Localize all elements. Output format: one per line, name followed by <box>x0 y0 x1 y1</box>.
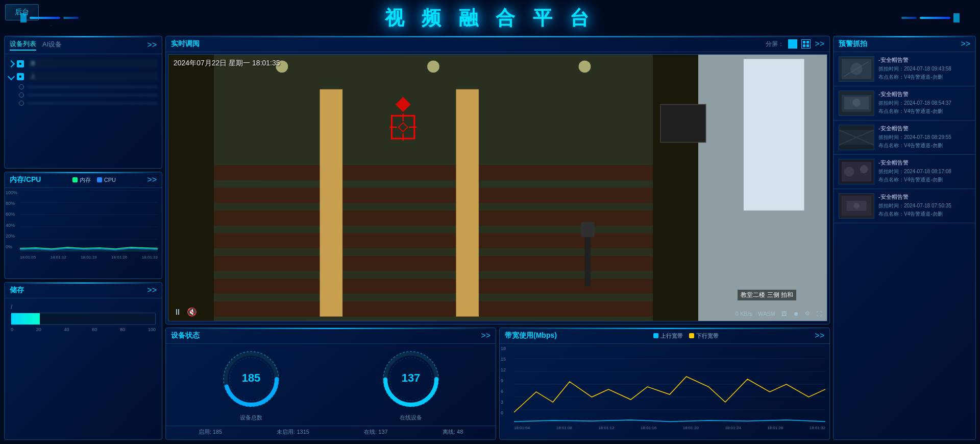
bottom-center: 设备状态 >> <box>165 328 830 440</box>
svg-text:137: 137 <box>401 371 420 384</box>
screen-options: 分屏： >> <box>766 39 824 49</box>
svg-rect-20 <box>168 55 214 321</box>
bandwidth-legend: 上行宽带 下行宽带 <box>653 332 719 340</box>
bw-y-6: 6 <box>501 389 506 394</box>
memory-legend-dot <box>72 177 78 182</box>
alert-time-1: 抓拍时间：2024-07-18 09:43:58 <box>878 65 970 73</box>
gauge-row: 185 设备总数 137 <box>166 344 496 426</box>
alert-info-4: -安全帽告警 抓拍时间：2024-07-18 08:17:08 布点名称：V4告… <box>878 159 970 184</box>
storage-x-100: 100 <box>148 327 156 332</box>
video-expand-btn[interactable]: >> <box>815 39 824 49</box>
single-screen-btn[interactable] <box>788 39 797 49</box>
gauge-2: 137 在线设备 <box>380 348 442 422</box>
storage-panel-title: 储存 <box>10 286 24 295</box>
camera-icon-3 <box>19 101 24 106</box>
svg-rect-19 <box>456 89 478 317</box>
gauge-unused-label: 未启用: 1315 <box>277 428 309 436</box>
svg-point-59 <box>852 99 861 107</box>
bandwidth-expand-btn[interactable]: >> <box>815 331 824 340</box>
device-status-title: 设备状态 <box>171 331 200 340</box>
storage-x-40: 40 <box>64 327 69 332</box>
tree-child-1[interactable] <box>19 83 158 91</box>
storage-bar-fill <box>11 313 40 324</box>
alert-item-1: -安全帽告警 抓拍时间：2024-07-18 09:43:58 布点名称：V4告… <box>834 52 975 86</box>
download-legend-label: 下行宽带 <box>696 332 719 340</box>
bandwidth-panel: 带宽使用(Mbps) 上行宽带 下行宽带 >> <box>499 328 830 440</box>
fullscreen-icon[interactable]: ⛶ <box>816 311 822 317</box>
tab-device-list[interactable]: 设备列表 <box>10 39 36 51</box>
cpu-legend-label: CPU <box>104 177 116 183</box>
storage-panel-header: 储存 >> <box>5 283 162 298</box>
gauge-used-label: 启用: 185 <box>199 428 222 436</box>
deco-bar-right-sm <box>901 17 917 19</box>
bw-x-7: 18:01:28 <box>767 426 783 430</box>
storage-expand-btn[interactable]: >> <box>147 286 157 295</box>
svg-rect-18 <box>320 89 342 317</box>
camera-icon-2 <box>19 92 24 98</box>
alert-thumb-5 <box>839 193 874 219</box>
y-label-0: 0% <box>6 244 17 249</box>
gauge-info: 启用: 185 未启用: 1315 在线: 137 离线: 48 <box>166 426 496 438</box>
camera-icon-1 <box>19 84 24 89</box>
video-title: 实时调阅 <box>171 39 200 49</box>
bandwidth-chart-svg <box>514 346 825 423</box>
video-scene-svg <box>168 55 827 321</box>
device-expand-btn[interactable]: >> <box>147 40 157 50</box>
y-label-80: 80% <box>6 201 17 206</box>
bw-y-12: 12 <box>501 367 506 372</box>
snapshot-icon[interactable]: 🖼 <box>781 311 787 317</box>
tree-group-2[interactable]: ■ 上 <box>9 70 158 83</box>
alert-time-4: 抓拍时间：2024-07-18 08:17:08 <box>878 168 970 175</box>
video-controls: ⏸ 🔇 <box>174 307 197 317</box>
cpu-memory-panel: 内存/CPU 内存 CPU >> <box>4 172 162 279</box>
svg-rect-10 <box>744 59 804 211</box>
bandwidth-header: 带宽使用(Mbps) 上行宽带 下行宽带 >> <box>500 328 829 344</box>
cpu-legend: 内存 CPU <box>72 176 116 184</box>
y-label-40: 40% <box>6 223 17 228</box>
storage-drive-label: / <box>11 303 156 311</box>
gauge-offline-label: 离线: 48 <box>443 428 463 436</box>
gauge-1-svg: 185 <box>220 348 282 410</box>
center-column: 实时调阅 分屏： >> <box>165 36 830 440</box>
gauge-2-svg: 137 <box>380 348 442 410</box>
video-panel: 实时调阅 分屏： >> <box>165 36 830 324</box>
tree-child-2[interactable] <box>19 91 158 99</box>
tree-child-3[interactable] <box>19 99 158 107</box>
alert-thumb-4 <box>839 159 874 184</box>
tree-label-1: 库 <box>27 59 158 68</box>
cpu-expand-btn[interactable]: >> <box>147 175 157 184</box>
download-legend: 下行宽带 <box>689 332 719 340</box>
x-label-2: 18:01:12 <box>51 255 66 260</box>
settings-icon[interactable]: ⚙ <box>805 310 810 317</box>
tab-ai-device[interactable]: AI设备 <box>42 40 62 50</box>
storage-x-20: 20 <box>36 327 41 332</box>
record-icon[interactable]: ⏺ <box>793 311 799 317</box>
storage-x-0: 0 <box>11 327 13 332</box>
pause-button[interactable]: ⏸ <box>174 308 182 317</box>
cpu-chart-svg <box>20 190 158 251</box>
bw-x-4: 18:01:16 <box>641 426 656 430</box>
tree-child-label-1 <box>27 86 158 88</box>
device-status-expand[interactable]: >> <box>481 331 491 340</box>
mute-button[interactable]: 🔇 <box>187 307 197 317</box>
alert-info-3: -安全帽告警 抓拍时间：2024-07-18 08:29:55 布点名称：V4告… <box>878 125 970 150</box>
alert-expand-btn[interactable]: >> <box>961 39 970 49</box>
alert-item-3: -安全帽告警 抓拍时间：2024-07-18 08:29:55 布点名称：V4告… <box>834 121 975 155</box>
alert-thumb-1 <box>839 56 874 82</box>
storage-x-80: 80 <box>120 327 125 332</box>
alert-location-5: 布点名称：V4告警通道-勿删 <box>878 211 970 218</box>
bw-x-3: 18:01:12 <box>598 426 614 430</box>
x-label-4: 18:01:26 <box>111 255 127 260</box>
svg-rect-34 <box>581 222 595 237</box>
y-label-100: 100% <box>6 190 17 195</box>
bw-y-0: 0 <box>501 410 506 415</box>
alert-panel: 预警抓拍 >> <box>833 36 976 440</box>
bw-x-1: 18:01:04 <box>514 426 530 430</box>
alert-panel-header: 预警抓拍 >> <box>834 36 975 52</box>
quad-screen-btn[interactable] <box>801 39 811 49</box>
alert-item-5: -安全帽告警 抓拍时间：2024-07-18 07:50:35 布点名称：V4告… <box>834 189 975 223</box>
tree-group-1[interactable]: ■ 库 <box>9 57 158 70</box>
x-label-3: 18:01:19 <box>81 255 96 260</box>
tree-icon-1: ■ <box>17 60 24 67</box>
bandwidth-title: 带宽使用(Mbps) <box>505 331 557 340</box>
